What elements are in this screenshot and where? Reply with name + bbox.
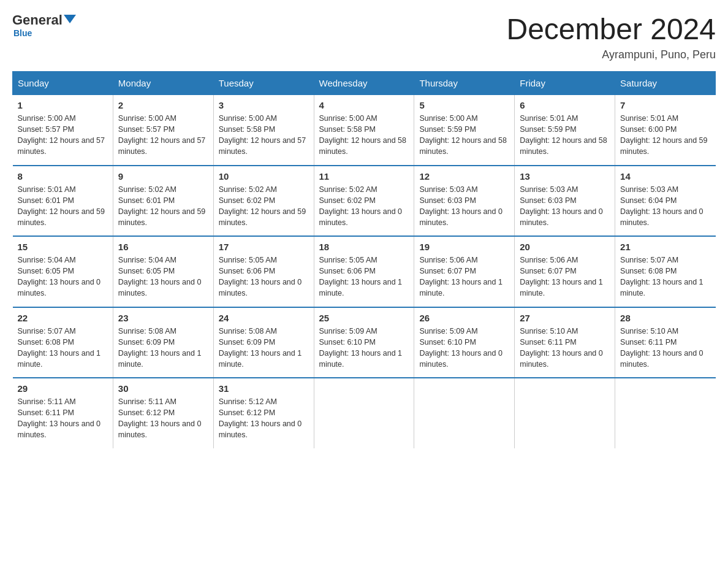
table-row — [314, 378, 414, 448]
day-info: Sunrise: 5:08 AMSunset: 6:09 PMDaylight:… — [118, 326, 208, 370]
day-number: 3 — [219, 100, 309, 110]
col-wednesday: Wednesday — [314, 72, 414, 95]
table-row: 10Sunrise: 5:02 AMSunset: 6:02 PMDayligh… — [213, 166, 314, 237]
table-row: 31Sunrise: 5:12 AMSunset: 6:12 PMDayligh… — [213, 378, 314, 448]
day-number: 4 — [319, 100, 409, 110]
table-row: 14Sunrise: 5:03 AMSunset: 6:04 PMDayligh… — [615, 166, 716, 237]
day-info: Sunrise: 5:09 AMSunset: 6:10 PMDaylight:… — [419, 326, 509, 370]
table-row: 6Sunrise: 5:01 AMSunset: 5:59 PMDaylight… — [515, 95, 615, 166]
table-row: 19Sunrise: 5:06 AMSunset: 6:07 PMDayligh… — [414, 236, 515, 307]
day-info: Sunrise: 5:05 AMSunset: 6:06 PMDaylight:… — [219, 255, 309, 299]
calendar-header-row: Sunday Monday Tuesday Wednesday Thursday… — [13, 72, 716, 95]
day-info: Sunrise: 5:11 AMSunset: 6:11 PMDaylight:… — [18, 396, 108, 441]
table-row: 22Sunrise: 5:07 AMSunset: 6:08 PMDayligh… — [13, 307, 113, 378]
day-number: 12 — [419, 171, 509, 182]
day-number: 13 — [520, 171, 610, 182]
day-number: 19 — [419, 242, 509, 252]
day-info: Sunrise: 5:04 AMSunset: 6:05 PMDaylight:… — [18, 255, 108, 299]
col-saturday: Saturday — [615, 72, 716, 95]
day-number: 11 — [319, 171, 409, 182]
day-info: Sunrise: 5:07 AMSunset: 6:08 PMDaylight:… — [18, 326, 108, 370]
table-row: 3Sunrise: 5:00 AMSunset: 5:58 PMDaylight… — [213, 95, 314, 166]
day-number: 7 — [620, 100, 710, 110]
table-row: 16Sunrise: 5:04 AMSunset: 6:05 PMDayligh… — [113, 236, 213, 307]
page-header: General Blue December 2024 Ayrampuni, Pu… — [12, 12, 716, 61]
day-number: 1 — [18, 100, 108, 110]
day-number: 26 — [419, 313, 509, 323]
day-info: Sunrise: 5:02 AMSunset: 6:02 PMDaylight:… — [319, 184, 409, 229]
day-number: 2 — [118, 100, 208, 110]
day-info: Sunrise: 5:03 AMSunset: 6:03 PMDaylight:… — [419, 184, 509, 229]
month-title: December 2024 — [506, 12, 716, 46]
day-info: Sunrise: 5:10 AMSunset: 6:11 PMDaylight:… — [520, 326, 610, 370]
location-text: Ayrampuni, Puno, Peru — [506, 48, 716, 61]
table-row: 8Sunrise: 5:01 AMSunset: 6:01 PMDaylight… — [13, 166, 113, 237]
day-number: 15 — [18, 242, 108, 252]
day-number: 5 — [419, 100, 509, 110]
day-info: Sunrise: 5:00 AMSunset: 5:57 PMDaylight:… — [118, 113, 208, 158]
col-thursday: Thursday — [414, 72, 515, 95]
table-row: 13Sunrise: 5:03 AMSunset: 6:03 PMDayligh… — [515, 166, 615, 237]
col-tuesday: Tuesday — [213, 72, 314, 95]
calendar-week-row: 15Sunrise: 5:04 AMSunset: 6:05 PMDayligh… — [13, 236, 716, 307]
day-info: Sunrise: 5:09 AMSunset: 6:10 PMDaylight:… — [319, 326, 409, 370]
day-info: Sunrise: 5:02 AMSunset: 6:01 PMDaylight:… — [118, 184, 208, 229]
day-info: Sunrise: 5:04 AMSunset: 6:05 PMDaylight:… — [118, 255, 208, 299]
day-info: Sunrise: 5:02 AMSunset: 6:02 PMDaylight:… — [219, 184, 309, 229]
table-row — [615, 378, 716, 448]
calendar-week-row: 29Sunrise: 5:11 AMSunset: 6:11 PMDayligh… — [13, 378, 716, 448]
table-row: 20Sunrise: 5:06 AMSunset: 6:07 PMDayligh… — [515, 236, 615, 307]
logo: General Blue — [12, 12, 76, 38]
day-info: Sunrise: 5:03 AMSunset: 6:03 PMDaylight:… — [520, 184, 610, 229]
day-info: Sunrise: 5:05 AMSunset: 6:06 PMDaylight:… — [319, 255, 409, 299]
day-info: Sunrise: 5:00 AMSunset: 5:58 PMDaylight:… — [219, 113, 309, 158]
day-info: Sunrise: 5:01 AMSunset: 6:01 PMDaylight:… — [18, 184, 108, 229]
day-number: 18 — [319, 242, 409, 252]
day-info: Sunrise: 5:07 AMSunset: 6:08 PMDaylight:… — [620, 255, 710, 299]
table-row: 11Sunrise: 5:02 AMSunset: 6:02 PMDayligh… — [314, 166, 414, 237]
day-info: Sunrise: 5:06 AMSunset: 6:07 PMDaylight:… — [419, 255, 509, 299]
table-row: 9Sunrise: 5:02 AMSunset: 6:01 PMDaylight… — [113, 166, 213, 237]
day-number: 10 — [219, 171, 309, 182]
day-number: 9 — [118, 171, 208, 182]
day-info: Sunrise: 5:12 AMSunset: 6:12 PMDaylight:… — [219, 396, 309, 441]
day-info: Sunrise: 5:10 AMSunset: 6:11 PMDaylight:… — [620, 326, 710, 370]
day-number: 30 — [118, 383, 208, 394]
title-area: December 2024 Ayrampuni, Puno, Peru — [506, 12, 716, 61]
calendar-week-row: 1Sunrise: 5:00 AMSunset: 5:57 PMDaylight… — [13, 95, 716, 166]
day-number: 21 — [620, 242, 710, 252]
col-monday: Monday — [113, 72, 213, 95]
table-row: 28Sunrise: 5:10 AMSunset: 6:11 PMDayligh… — [615, 307, 716, 378]
day-info: Sunrise: 5:01 AMSunset: 6:00 PMDaylight:… — [620, 113, 710, 158]
logo-blue-text: Blue — [13, 28, 32, 38]
day-info: Sunrise: 5:11 AMSunset: 6:12 PMDaylight:… — [118, 396, 208, 441]
calendar-week-row: 8Sunrise: 5:01 AMSunset: 6:01 PMDaylight… — [13, 166, 716, 237]
day-number: 17 — [219, 242, 309, 252]
table-row: 30Sunrise: 5:11 AMSunset: 6:12 PMDayligh… — [113, 378, 213, 448]
table-row: 5Sunrise: 5:00 AMSunset: 5:59 PMDaylight… — [414, 95, 515, 166]
col-sunday: Sunday — [13, 72, 113, 95]
table-row: 24Sunrise: 5:08 AMSunset: 6:09 PMDayligh… — [213, 307, 314, 378]
day-number: 16 — [118, 242, 208, 252]
day-number: 22 — [18, 313, 108, 323]
table-row — [414, 378, 515, 448]
day-number: 23 — [118, 313, 208, 323]
day-number: 6 — [520, 100, 610, 110]
logo-general-text: General — [12, 12, 63, 28]
day-number: 14 — [620, 171, 710, 182]
table-row: 15Sunrise: 5:04 AMSunset: 6:05 PMDayligh… — [13, 236, 113, 307]
day-number: 31 — [219, 383, 309, 394]
table-row: 25Sunrise: 5:09 AMSunset: 6:10 PMDayligh… — [314, 307, 414, 378]
day-number: 28 — [620, 313, 710, 323]
table-row: 26Sunrise: 5:09 AMSunset: 6:10 PMDayligh… — [414, 307, 515, 378]
table-row: 12Sunrise: 5:03 AMSunset: 6:03 PMDayligh… — [414, 166, 515, 237]
table-row — [515, 378, 615, 448]
day-number: 8 — [18, 171, 108, 182]
day-number: 25 — [319, 313, 409, 323]
table-row: 27Sunrise: 5:10 AMSunset: 6:11 PMDayligh… — [515, 307, 615, 378]
day-number: 20 — [520, 242, 610, 252]
table-row: 18Sunrise: 5:05 AMSunset: 6:06 PMDayligh… — [314, 236, 414, 307]
day-info: Sunrise: 5:00 AMSunset: 5:59 PMDaylight:… — [419, 113, 509, 158]
day-info: Sunrise: 5:01 AMSunset: 5:59 PMDaylight:… — [520, 113, 610, 158]
day-info: Sunrise: 5:06 AMSunset: 6:07 PMDaylight:… — [520, 255, 610, 299]
